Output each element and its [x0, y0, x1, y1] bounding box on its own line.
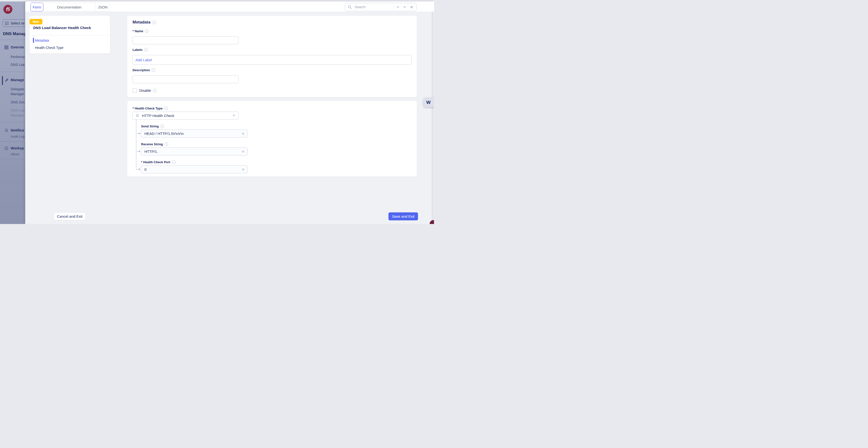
- overview-icon: [4, 45, 8, 50]
- sidebar-item-manage[interactable]: Manage: [11, 78, 24, 82]
- divider: [0, 141, 25, 142]
- sidebar-item-delegated-line1[interactable]: Delegate: [11, 87, 24, 91]
- connector-line: [136, 120, 136, 169]
- search-next-icon[interactable]: [402, 4, 407, 10]
- clear-icon[interactable]: [242, 132, 245, 136]
- clear-icon[interactable]: [242, 150, 245, 154]
- description-input[interactable]: [135, 77, 236, 82]
- health-check-type-label: * Health Check Type: [132, 106, 168, 110]
- info-icon[interactable]: [145, 29, 149, 33]
- info-icon[interactable]: [164, 106, 168, 110]
- search-close-icon[interactable]: [409, 4, 414, 10]
- health-check-type-label-text: * Health Check Type: [132, 106, 163, 110]
- disable-checkbox[interactable]: [132, 88, 137, 93]
- info-icon[interactable]: [152, 68, 155, 72]
- sidebar-item-dns-lb-mgmt-line1[interactable]: DNS Loa: [11, 108, 25, 113]
- metadata-section-card: Metadata * Name Labels Add Label Descrip…: [127, 16, 417, 97]
- collapse-chevron-icon[interactable]: [33, 34, 36, 37]
- active-nav-bar: [33, 38, 34, 43]
- search-prev-icon[interactable]: [396, 4, 400, 10]
- clear-icon[interactable]: [242, 167, 245, 171]
- f5-logo: f5: [3, 5, 12, 14]
- tab-form[interactable]: Form: [31, 3, 43, 11]
- tab-documentation[interactable]: Documentation: [43, 3, 95, 11]
- info-icon[interactable]: [144, 48, 148, 52]
- health-check-type-value: HTTP Health Check: [142, 114, 174, 118]
- chevron-down-icon: [232, 114, 236, 118]
- tab-json[interactable]: JSON: [95, 3, 110, 11]
- nav-item-metadata[interactable]: Metadata: [35, 38, 49, 43]
- info-icon[interactable]: [160, 125, 164, 128]
- send-string-label-text: Send String: [141, 125, 159, 128]
- send-string-input[interactable]: [144, 131, 242, 136]
- info-icon[interactable]: [172, 160, 176, 164]
- sidebar-item-workspace[interactable]: Worksp: [11, 146, 24, 150]
- sidebar-item-overview[interactable]: Overvie: [11, 45, 24, 49]
- receive-string-label-text: Receive String: [141, 142, 163, 146]
- workspace-icon: [4, 146, 8, 150]
- sidebar-item-about[interactable]: About: [11, 152, 19, 156]
- receive-string-field[interactable]: [141, 148, 248, 156]
- scrollbar-thumb[interactable]: [432, 12, 434, 221]
- save-and-exit-button[interactable]: Save and Exit: [389, 212, 418, 220]
- sidebar-item-dns-lb-mgmt-line2[interactable]: Manager: [11, 113, 24, 117]
- object-nav-card: New DNS Load Balancer Health Check Metad…: [30, 16, 110, 54]
- name-label-text: * Name: [132, 29, 143, 33]
- search-icon: [347, 4, 352, 10]
- info-icon[interactable]: [152, 21, 156, 24]
- connector-dot: [138, 133, 140, 134]
- select-service-button[interactable]: Select se: [3, 20, 25, 27]
- sidebar: f5 Select se DNS Manag Overvie Performa …: [0, 1, 25, 224]
- active-section-bar: [2, 76, 3, 85]
- divider: [30, 35, 110, 35]
- divider: [0, 72, 25, 72]
- select-service-label: Select se: [11, 21, 25, 25]
- manage-icon: [4, 78, 8, 82]
- labels-label-text: Labels: [132, 48, 143, 52]
- name-field[interactable]: [132, 36, 239, 44]
- health-check-port-field[interactable]: [141, 165, 248, 173]
- send-string-field[interactable]: [141, 130, 248, 137]
- sidebar-item-dns-load[interactable]: DNS Loa: [11, 63, 25, 67]
- notifications-icon: [4, 128, 8, 132]
- cancel-and-exit-button[interactable]: Cancel and Exit: [54, 212, 86, 220]
- screen: f5 Select se DNS Manag Overvie Performa …: [0, 0, 434, 224]
- walkme-widget-button[interactable]: W: [423, 98, 434, 107]
- receive-string-input[interactable]: [144, 149, 242, 154]
- disable-label-text: Disable: [140, 89, 151, 93]
- add-label-button[interactable]: Add Label: [135, 58, 152, 62]
- metadata-heading-text: Metadata: [132, 20, 151, 25]
- name-input[interactable]: [135, 38, 236, 43]
- nav-item-health-check-type[interactable]: Health Check Type: [35, 45, 63, 51]
- sidebar-item-notifications[interactable]: Notifica: [11, 128, 24, 132]
- divider: [394, 5, 394, 9]
- sidebar-item-delegated-line2[interactable]: Manager: [11, 92, 24, 96]
- description-label-text: Description: [132, 68, 150, 72]
- health-check-port-input[interactable]: [144, 167, 242, 172]
- sidebar-title: DNS Manag: [3, 31, 25, 36]
- description-label: Description: [132, 68, 155, 72]
- info-icon[interactable]: [164, 142, 168, 146]
- search-input[interactable]: [354, 5, 392, 9]
- health-check-port-label-text: * Health Check Port: [141, 160, 170, 164]
- object-title: DNS Load Balancer Health Check: [33, 26, 91, 30]
- health-check-type-select[interactable]: HTTP Health Check: [132, 111, 239, 120]
- disable-label: Disable: [140, 88, 157, 93]
- search-box: [345, 3, 416, 11]
- connector-dot: [138, 151, 140, 152]
- sidebar-item-audit-logs[interactable]: Audit Log: [11, 135, 25, 138]
- send-string-label: Send String: [141, 125, 164, 128]
- health-check-port-label: * Health Check Port: [141, 160, 176, 164]
- editor-modal: Form Documentation JSON New DNS Load B: [25, 1, 434, 224]
- health-check-section-card: * Health Check Type HTTP Health Check: [127, 101, 417, 177]
- branch-icon: [135, 114, 140, 118]
- sidebar-item-performance[interactable]: Performa: [11, 55, 25, 59]
- info-icon[interactable]: [153, 89, 157, 93]
- connector-dot: [138, 168, 140, 170]
- labels-field[interactable]: Add Label: [132, 55, 412, 65]
- sidebar-item-dns-zones[interactable]: DNS Zon: [11, 100, 25, 104]
- divider: [0, 40, 25, 40]
- description-field[interactable]: [132, 75, 239, 83]
- divider: [0, 122, 25, 122]
- receive-string-label: Receive String: [141, 142, 168, 146]
